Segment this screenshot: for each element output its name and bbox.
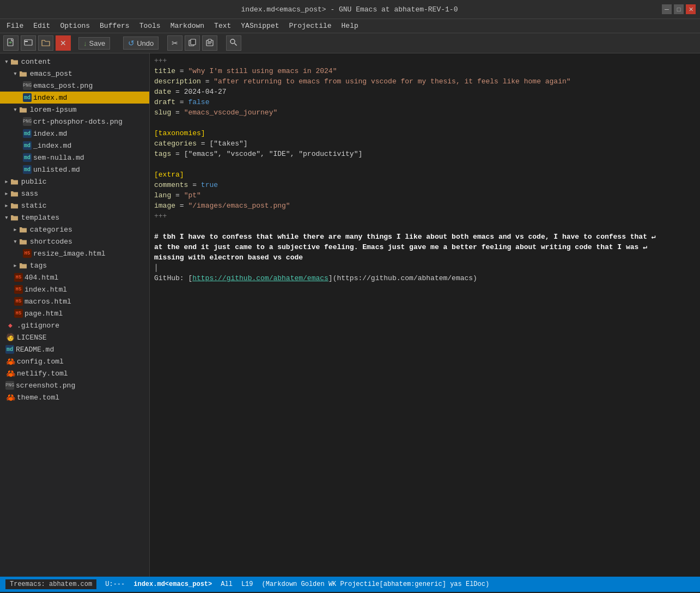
menu-tools[interactable]: Tools	[135, 20, 165, 32]
tree-item-sass[interactable]: ▸ sass	[0, 187, 149, 199]
line-content-2: description = "after returning to emacs …	[150, 76, 696, 87]
tree-label: lorem-ipsum	[30, 106, 77, 114]
tree-item-emacs-post-png[interactable]: PNGemacs_post.png	[0, 80, 149, 92]
code-text: # tbh I have to confess that while there…	[154, 233, 656, 241]
code-line-21: GitHub: [https://github.com/abhatem/emac…	[150, 273, 700, 283]
search-button[interactable]	[226, 35, 241, 51]
tree-item-lorem-ipsum[interactable]: ▾ lorem-ipsum	[0, 104, 149, 116]
code-line-12: comments = true	[150, 180, 700, 190]
code-key: description	[154, 77, 201, 86]
tree-item-emacs-post[interactable]: ▾ emacs_post	[0, 68, 149, 80]
editor-content[interactable]: +++title = "why I'm still using emacs in…	[150, 53, 700, 577]
tree-item-index-md[interactable]: mdindex.md	[0, 92, 149, 104]
maximize-button[interactable]: □	[674, 4, 684, 14]
tree-item-sem-nulla-md[interactable]: mdsem-nulla.md	[0, 152, 149, 164]
tree-item-screenshot-png[interactable]: PNGscreenshot.png	[0, 379, 149, 391]
tree-label: index.html	[25, 286, 67, 294]
menu-bar: File Edit Options Buffers Tools Markdown…	[0, 19, 700, 33]
folder-icon	[10, 201, 20, 210]
mode-indicator: U:---	[105, 580, 125, 588]
line-content-21: GitHub: [https://github.com/abhatem/emac…	[150, 273, 696, 283]
code-line-7: [taxonomies]	[150, 128, 700, 138]
code-line-20: │	[150, 263, 700, 273]
svg-rect-5	[25, 40, 32, 45]
paste-button[interactable]	[202, 35, 217, 51]
folder-icon	[10, 213, 20, 222]
new-file-button[interactable]	[3, 35, 19, 51]
tree-item-license[interactable]: 🧑LICENSE	[0, 331, 149, 343]
code-line-0: +++	[150, 56, 700, 66]
code-line-15: +++	[150, 211, 700, 221]
menu-edit[interactable]: Edit	[29, 20, 54, 32]
code-key: lang	[154, 191, 171, 199]
tree-item-static[interactable]: ▸ static	[0, 199, 149, 211]
tree-item-public[interactable]: ▸ public	[0, 176, 149, 187]
save-button[interactable]: ↓ Save	[78, 37, 110, 50]
open-file-button[interactable]	[21, 35, 36, 51]
code-line-8: categories = ["takes"]	[150, 138, 700, 149]
menu-options[interactable]: Options	[56, 20, 94, 32]
undo-button[interactable]: ↺ Undo	[123, 37, 159, 50]
tree-item-unlisted-md[interactable]: mdunlisted.md	[0, 164, 149, 176]
tree-item--index-md[interactable]: md_index.md	[0, 140, 149, 152]
tree-item-theme-toml[interactable]: 🦀theme.toml	[0, 391, 149, 403]
tree-label: theme.toml	[17, 394, 59, 402]
tree-item-config-toml[interactable]: 🦀config.toml	[0, 355, 149, 367]
code-line-14: image = "/images/emacs_post.png"	[150, 201, 700, 211]
tree-item-resize-image-html[interactable]: H5resize_image.html	[0, 247, 149, 259]
tri-open-icon: ▾	[13, 105, 17, 114]
copy-button[interactable]	[185, 35, 200, 51]
open-folder-button[interactable]	[38, 35, 53, 51]
close-file-button[interactable]: ✕	[56, 35, 71, 51]
tree-item-404-html[interactable]: H5404.html	[0, 271, 149, 283]
menu-yasnippet[interactable]: YASnippet	[236, 20, 283, 32]
sidebar[interactable]: ▾ content▾ emacs_post PNGemacs_post.png …	[0, 53, 150, 577]
line-content-8: categories = ["takes"]	[150, 138, 696, 149]
gitignore-icon: ◆	[5, 320, 15, 330]
tree-item-crt-phosphor-dots-png[interactable]: PNGcrt-phosphor-dots.png	[0, 116, 149, 128]
menu-help[interactable]: Help	[337, 20, 363, 32]
tree-item-index-html[interactable]: H5index.html	[0, 283, 149, 295]
code-text: GitHub: [https://github.com/abhatem/emac…	[154, 274, 477, 282]
menu-file[interactable]: File	[2, 20, 28, 32]
tree-label: _index.md	[33, 142, 71, 150]
new-file-icon	[7, 38, 15, 49]
tree-item-readme-md[interactable]: mdREADME.md	[0, 343, 149, 355]
code-line-9: tags = ["emacs", "vscode", "IDE", "produ…	[150, 149, 700, 159]
tree-label: page.html	[25, 310, 63, 318]
tree-item-templates[interactable]: ▾ templates	[0, 211, 149, 223]
cut-button[interactable]: ✂	[167, 35, 182, 51]
tree-item--gitignore[interactable]: ◆.gitignore	[0, 319, 149, 331]
line-content-10	[150, 159, 696, 170]
close-button[interactable]: ✕	[686, 4, 696, 14]
menu-text[interactable]: Text	[210, 20, 235, 32]
html-icon: H5	[23, 249, 32, 258]
tree-item-categories[interactable]: ▸ categories	[0, 223, 149, 235]
line-content-11: [extra]	[150, 170, 696, 180]
menu-markdown[interactable]: Markdown	[166, 20, 209, 32]
tree-item-macros-html[interactable]: H5macros.html	[0, 295, 149, 307]
menu-projectile[interactable]: Projectile	[285, 20, 336, 32]
menu-buffers[interactable]: Buffers	[95, 20, 134, 32]
tree-item-content[interactable]: ▾ content	[0, 56, 149, 68]
code-line-17: # tbh I have to confess that while there…	[150, 232, 700, 242]
tri-closed-icon: ▸	[4, 189, 9, 198]
minimize-button[interactable]: ─	[662, 4, 672, 14]
tree-item-page-html[interactable]: H5page.html	[0, 307, 149, 319]
tree-item-index-md[interactable]: mdindex.md	[0, 128, 149, 140]
code-key: comments	[154, 181, 188, 189]
tree-label: config.toml	[17, 358, 64, 366]
svg-rect-6	[25, 41, 28, 42]
tree-item-netlify-toml[interactable]: 🦀netlify.toml	[0, 367, 149, 379]
tree-item-shortcodes[interactable]: ▾ shortcodes	[0, 235, 149, 247]
tri-open-icon: ▾	[13, 237, 17, 246]
tree-label: 404.html	[25, 274, 58, 282]
tree-label: macros.html	[25, 298, 71, 306]
tree-label: index.md	[33, 130, 67, 138]
buffer-name: index.md<emacs_post>	[133, 580, 212, 588]
tree-item-tags[interactable]: ▸ tags	[0, 259, 149, 271]
line-content-3: date = 2024-04-27	[150, 87, 696, 97]
folder-icon	[19, 237, 28, 246]
line-content-4: draft = false	[150, 97, 696, 107]
search-icon	[229, 38, 238, 49]
